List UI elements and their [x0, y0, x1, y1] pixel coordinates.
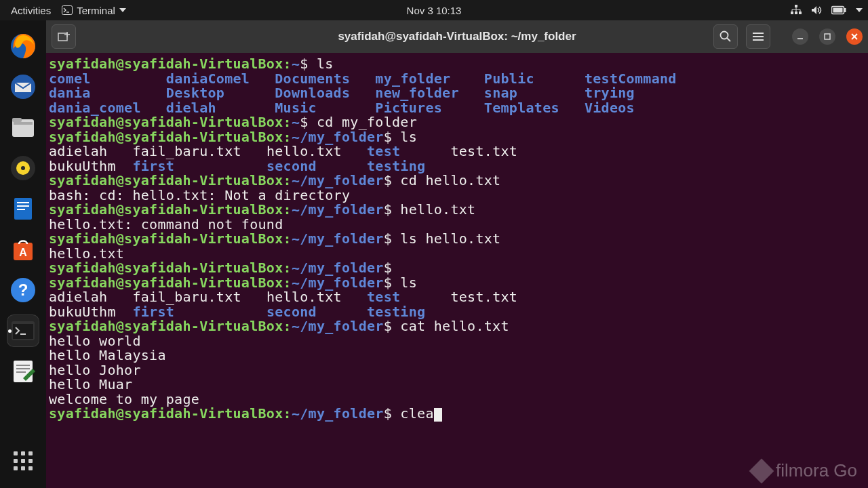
svg-rect-4 [795, 12, 797, 14]
shopping-bag-icon: A [9, 236, 37, 263]
watermark-text: filmora Go [776, 460, 857, 481]
terminal-content[interactable]: syafidah@syafidah-VirtualBox:~$ ls comel… [46, 53, 868, 488]
svg-rect-36 [16, 371, 26, 373]
svg-rect-2 [795, 5, 797, 7]
music-icon [9, 155, 37, 182]
dock-software[interactable]: A [7, 233, 39, 266]
search-button[interactable] [713, 24, 738, 49]
chevron-down-icon [856, 8, 863, 12]
network-icon [791, 5, 802, 16]
new-tab-button[interactable] [52, 24, 76, 49]
dock-firefox[interactable] [7, 30, 39, 62]
filmora-logo-icon [749, 458, 774, 483]
show-apps-button[interactable] [7, 445, 39, 477]
window-title: syafidah@syafidah-VirtualBox: ~/my_folde… [338, 30, 576, 43]
gnome-topbar: Activities Terminal Nov 3 10:13 [0, 0, 868, 20]
volume-icon [811, 5, 822, 15]
svg-rect-31 [13, 324, 33, 339]
svg-rect-0 [62, 6, 73, 15]
error-text: bash: cd: hello.txt: Not a directory [49, 187, 350, 203]
maximize-button[interactable] [819, 28, 835, 45]
help-icon: ? [9, 277, 37, 304]
menu-button[interactable] [746, 24, 770, 49]
new-tab-icon [57, 30, 71, 43]
svg-rect-3 [791, 12, 793, 14]
svg-rect-23 [17, 202, 29, 203]
mail-icon [9, 73, 37, 100]
dock-terminal[interactable] [7, 314, 39, 347]
app-menu-label: Terminal [77, 5, 115, 16]
svg-text:A: A [19, 247, 27, 258]
dock-text-editor[interactable] [7, 355, 39, 388]
prompt-path: ~ [292, 56, 300, 72]
terminal-icon [62, 5, 73, 15]
svg-rect-46 [825, 34, 830, 39]
document-icon [9, 195, 37, 222]
svg-rect-24 [17, 205, 29, 207]
hamburger-icon [752, 32, 764, 41]
dock-help[interactable]: ? [7, 274, 39, 306]
titlebar: syafidah@syafidah-VirtualBox: ~/my_folde… [46, 20, 868, 53]
minimize-button[interactable] [792, 28, 808, 45]
dock-thunderbird[interactable] [7, 70, 39, 103]
battery-icon [831, 5, 846, 15]
svg-rect-13 [844, 8, 846, 12]
svg-rect-35 [16, 368, 30, 369]
svg-rect-34 [16, 365, 30, 366]
chevron-down-icon [119, 8, 126, 12]
svg-rect-18 [12, 118, 22, 122]
clock[interactable]: Nov 3 10:13 [407, 5, 462, 16]
system-tray[interactable] [791, 5, 863, 16]
dir-entry: comel [49, 70, 91, 87]
svg-text:?: ? [18, 281, 28, 299]
dock-files[interactable] [7, 111, 39, 144]
watermark: filmora Go [753, 460, 857, 481]
dock: A ? [0, 20, 46, 488]
close-button[interactable] [846, 28, 863, 45]
maximize-icon [823, 33, 831, 41]
terminal-icon [9, 317, 37, 344]
text-editor-icon [9, 358, 37, 385]
close-icon [850, 33, 859, 41]
cursor [434, 408, 442, 422]
svg-point-40 [721, 32, 728, 39]
svg-rect-5 [799, 12, 802, 14]
dock-writer[interactable] [7, 192, 39, 225]
running-indicator [8, 329, 12, 333]
svg-rect-12 [833, 8, 843, 13]
activities-button[interactable]: Activities [5, 5, 56, 16]
cat-output: hello world [49, 333, 141, 349]
prompt-user: syafidah@syafidah-VirtualBox [49, 56, 283, 72]
dock-rhythmbox[interactable] [7, 152, 39, 184]
svg-line-41 [727, 38, 730, 41]
terminal-window: syafidah@syafidah-VirtualBox: ~/my_folde… [46, 20, 868, 488]
svg-rect-17 [14, 122, 33, 125]
minimize-icon [796, 33, 804, 41]
files-icon [9, 114, 37, 141]
search-icon [719, 30, 732, 43]
svg-point-21 [21, 166, 25, 170]
app-menu-button[interactable]: Terminal [56, 5, 132, 16]
svg-rect-25 [17, 209, 25, 210]
cmd-text: ls [317, 56, 334, 72]
firefox-icon [9, 33, 37, 60]
